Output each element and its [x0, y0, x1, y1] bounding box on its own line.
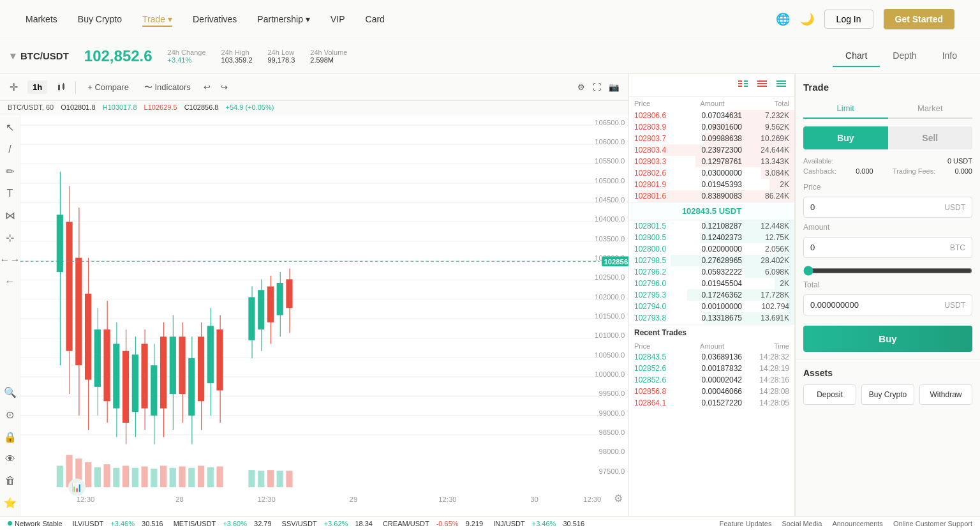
- tab-info[interactable]: Info: [930, 45, 970, 67]
- bid-row[interactable]: 102801.5 0.12108287 12.448K: [629, 220, 794, 232]
- top-navigation: Markets Buy Crypto Trade ▾ Derivatives P…: [0, 0, 980, 38]
- ticker-bar: ▾ BTC/USDT 102,852.6 24h Change +3.41% 2…: [0, 38, 980, 74]
- recent-trades-section: Recent Trades Price Amount Time 102843.5…: [629, 324, 794, 409]
- total-input[interactable]: [810, 300, 944, 310]
- lock-tool[interactable]: 🔒: [2, 429, 19, 445]
- text-tool[interactable]: T: [5, 186, 15, 201]
- nav-buy-crypto[interactable]: Buy Crypto: [78, 11, 122, 27]
- svg-rect-91: [57, 466, 63, 487]
- status-ticker-item[interactable]: METIS/USDT +3.60% 32.79: [174, 520, 272, 527]
- ob-view-asks[interactable]: [755, 79, 770, 91]
- magnet-tool[interactable]: ⊙: [4, 407, 16, 423]
- sell-tab[interactable]: Sell: [888, 126, 973, 149]
- globe-icon[interactable]: 🌐: [776, 12, 790, 26]
- bid-row[interactable]: 102798.5 0.27628965 28.402K: [629, 255, 794, 266]
- draw-tool[interactable]: ✏: [4, 163, 16, 179]
- status-ticker-item[interactable]: ILV/USDT +3.46% 30.516: [73, 520, 163, 527]
- dropdown-arrow-icon[interactable]: ▾: [10, 50, 15, 62]
- bid-row[interactable]: 102796.0 0.01945504 2K: [629, 278, 794, 289]
- status-ticker-item[interactable]: SSV/USDT +3.62% 18.34: [282, 520, 373, 527]
- nav-card[interactable]: Card: [366, 11, 385, 27]
- login-button[interactable]: Log In: [824, 10, 873, 29]
- svg-rect-63: [151, 365, 157, 416]
- price-input-group[interactable]: USDT: [803, 197, 972, 218]
- amount-input[interactable]: [810, 243, 950, 252]
- measure-tool[interactable]: ←→: [0, 252, 22, 268]
- bid-row[interactable]: 102794.0 0.00100000 102.794: [629, 301, 794, 312]
- ask-row[interactable]: 102803.9 0.09301600 9.562K: [629, 121, 794, 133]
- tab-chart[interactable]: Chart: [833, 45, 880, 67]
- svg-rect-77: [216, 329, 223, 390]
- svg-rect-49: [85, 294, 91, 380]
- bid-row[interactable]: 102800.5 0.12402373 12.75K: [629, 232, 794, 243]
- indicators-btn[interactable]: 〜 Indicators: [140, 80, 195, 95]
- svg-rect-51: [94, 329, 101, 387]
- tab-limit[interactable]: Limit: [803, 99, 888, 119]
- cashback-info: Cashback: 0.000 Trading Fees: 0.000: [803, 167, 972, 175]
- ticker-symbol[interactable]: ▾ BTC/USDT: [10, 50, 69, 62]
- crosshair-tool[interactable]: ✛: [8, 79, 20, 95]
- nav-markets[interactable]: Markets: [26, 11, 57, 27]
- svg-rect-43: [57, 215, 63, 272]
- cursor-tool[interactable]: ↖: [4, 119, 16, 135]
- timeframe-1h[interactable]: 1h: [27, 80, 47, 94]
- bid-row[interactable]: 102796.2 0.05932222 6.098K: [629, 266, 794, 278]
- nav-trade[interactable]: Trade ▾: [142, 11, 172, 27]
- buy-submit-button[interactable]: Buy: [803, 326, 972, 352]
- pattern-tool[interactable]: ⋈: [3, 208, 17, 223]
- star-tool[interactable]: ⭐: [2, 495, 19, 511]
- ask-row[interactable]: 102801.6 0.83890083 86.24K: [629, 190, 794, 202]
- price-input[interactable]: [810, 202, 944, 212]
- buy-tab[interactable]: Buy: [803, 126, 888, 149]
- svg-rect-101: [151, 469, 157, 487]
- candle-type-btn[interactable]: [55, 81, 68, 94]
- eye-tool[interactable]: 👁: [3, 451, 17, 467]
- zoom-in-tool[interactable]: 🔍: [2, 384, 19, 400]
- svg-rect-104: [179, 466, 185, 487]
- bid-row[interactable]: 102795.3 0.17246362 17.728K: [629, 289, 794, 301]
- ask-row[interactable]: 102802.6 0.03000000 3.084K: [629, 167, 794, 179]
- buy-crypto-button[interactable]: Buy Crypto: [861, 384, 914, 405]
- bid-row[interactable]: 102800.0 0.02000000 2.056K: [629, 243, 794, 255]
- theme-toggle-icon[interactable]: 🌙: [800, 12, 814, 26]
- ask-row[interactable]: 102803.3 0.12978761 13.343K: [629, 156, 794, 167]
- ob-view-both[interactable]: [736, 79, 751, 91]
- compare-btn[interactable]: + Compare: [84, 81, 133, 93]
- ask-row[interactable]: 102801.9 0.01945393 2K: [629, 179, 794, 190]
- total-input-group[interactable]: USDT: [803, 294, 972, 315]
- tab-depth[interactable]: Depth: [880, 45, 929, 67]
- amount-input-group[interactable]: BTC: [803, 237, 972, 258]
- status-bar: Network Stable ILV/USDT +3.46% 30.516MET…: [0, 516, 980, 530]
- nav-vip[interactable]: VIP: [330, 11, 345, 27]
- svg-rect-53: [103, 329, 110, 401]
- recent-trade-row: 102852.6 0.00187832 14:28:19: [629, 363, 794, 374]
- bid-row[interactable]: 102793.8 0.13318675 13.691K: [629, 312, 794, 324]
- trade-type-tabs: Limit Market: [803, 99, 972, 119]
- settings-btn[interactable]: ⚙: [576, 81, 586, 93]
- screenshot-btn[interactable]: 📷: [607, 81, 621, 93]
- undo-btn[interactable]: ↩: [202, 81, 212, 93]
- status-ticker-item[interactable]: INJ/USDT +3.46% 30.516: [493, 520, 584, 527]
- svg-rect-75: [207, 326, 214, 383]
- nav-derivatives[interactable]: Derivatives: [193, 11, 237, 27]
- ob-view-bids[interactable]: [774, 79, 789, 91]
- back-btn[interactable]: ←: [3, 274, 17, 289]
- chart-canvas[interactable]: ↖ / ✏ T ⋈ ⊹ ←→ ← 🔍 ⊙ 🔒 👁 🗑 ⭐ 106500.0: [0, 114, 628, 516]
- get-started-button[interactable]: Get Started: [884, 9, 954, 29]
- line-tool[interactable]: /: [6, 142, 13, 157]
- tab-market[interactable]: Market: [888, 99, 973, 119]
- chart-left-tools: ↖ / ✏ T ⋈ ⊹ ←→ ← 🔍 ⊙ 🔒 👁 🗑 ⭐: [0, 114, 20, 516]
- main-layout: ✛ 1h + Compare 〜 Indicators ↩ ↪ ⚙ ⛶ 📷: [0, 74, 980, 516]
- deposit-button[interactable]: Deposit: [803, 384, 856, 405]
- redo-btn[interactable]: ↪: [219, 81, 229, 93]
- ask-row[interactable]: 102803.4 0.23972300 24.644K: [629, 144, 794, 156]
- trash-tool[interactable]: 🗑: [3, 473, 17, 488]
- ask-row[interactable]: 102803.7 0.09988638 10.269K: [629, 133, 794, 144]
- amount-slider[interactable]: [803, 266, 972, 276]
- withdraw-button[interactable]: Withdraw: [919, 384, 972, 405]
- fullscreen-btn[interactable]: ⛶: [591, 81, 602, 93]
- ask-row[interactable]: 102806.6 0.07034631 7.232K: [629, 110, 794, 121]
- status-ticker-item[interactable]: CREAM/USDT -0.65% 9.219: [383, 520, 483, 527]
- nav-partnership[interactable]: Partnership ▾: [257, 11, 310, 27]
- fib-tool[interactable]: ⊹: [4, 230, 16, 246]
